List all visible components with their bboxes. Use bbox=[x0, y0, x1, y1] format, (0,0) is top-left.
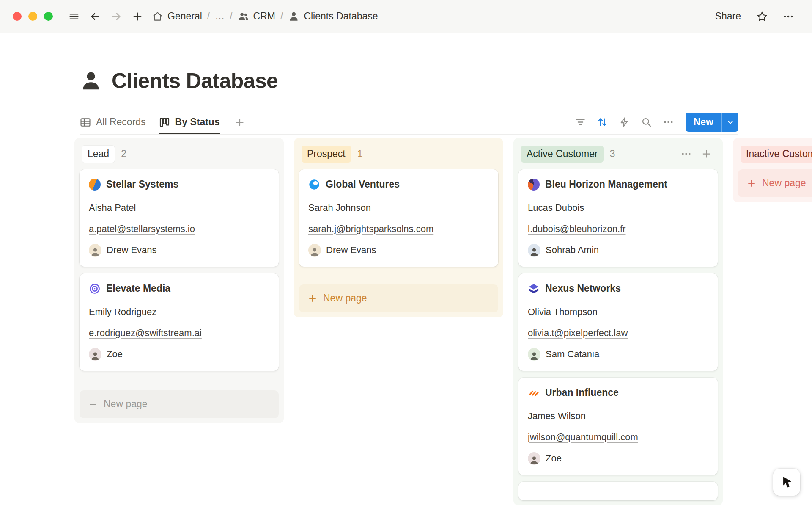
sidebar-toggle-button[interactable] bbox=[65, 7, 83, 26]
card-owner: Sohrab Amin bbox=[528, 244, 708, 257]
forward-button[interactable] bbox=[107, 7, 126, 26]
add-view-button[interactable] bbox=[234, 117, 245, 128]
zoom-window-button[interactable] bbox=[44, 12, 53, 21]
more-options-button[interactable] bbox=[779, 7, 798, 26]
breadcrumb-page-label: Clients Database bbox=[304, 11, 378, 22]
automations-button[interactable] bbox=[615, 113, 634, 132]
new-button-label: New bbox=[686, 113, 721, 132]
card-owner: Drew Evans bbox=[89, 244, 269, 257]
new-tab-button[interactable] bbox=[128, 7, 147, 26]
board-card[interactable]: Urban Influence James Wilson jwilson@qua… bbox=[518, 378, 718, 475]
column-count: 3 bbox=[610, 148, 615, 160]
table-view-icon bbox=[80, 116, 91, 128]
avatar bbox=[528, 452, 540, 465]
view-options-button[interactable] bbox=[659, 113, 678, 132]
card-email-link[interactable]: a.patel@stellarsystems.io bbox=[89, 224, 195, 235]
back-button[interactable] bbox=[86, 7, 104, 26]
search-button[interactable] bbox=[637, 113, 656, 132]
page-header: Clients Database bbox=[80, 69, 812, 93]
arrow-right-icon bbox=[110, 11, 122, 22]
avatar bbox=[528, 244, 540, 257]
bleu-horizon-logo-icon bbox=[528, 179, 540, 190]
tab-by-status[interactable]: By Status bbox=[159, 110, 220, 134]
card-email-link[interactable]: e.rodriguez@swiftstream.ai bbox=[89, 328, 202, 339]
avatar bbox=[528, 348, 540, 361]
board-card[interactable]: Nexus Networks Olivia Thompson olivia.t@… bbox=[518, 273, 718, 371]
card-contact-name: Olivia Thompson bbox=[528, 306, 708, 318]
column-cards: New page bbox=[738, 169, 812, 197]
column-header: Active Customer 3 bbox=[518, 143, 718, 169]
board-card[interactable]: Global Ventures Sarah Johnson sarah.j@br… bbox=[299, 169, 498, 267]
column-header: Prospect 1 bbox=[299, 143, 498, 169]
breadcrumb-ellipsis-label: … bbox=[215, 11, 225, 22]
favorite-button[interactable] bbox=[753, 7, 771, 26]
breadcrumb-separator: / bbox=[230, 11, 232, 22]
card-owner-name: Drew Evans bbox=[107, 245, 157, 256]
plus-icon bbox=[88, 399, 98, 409]
board-card[interactable]: Stellar Systems Aisha Patel a.patel@stel… bbox=[80, 169, 279, 267]
column-add-card-button[interactable] bbox=[698, 146, 714, 162]
hamburger-icon bbox=[68, 11, 80, 22]
avatar bbox=[89, 244, 102, 257]
breadcrumb-root-label: General bbox=[167, 11, 202, 22]
new-page-button[interactable]: New page bbox=[80, 390, 279, 418]
sort-button[interactable] bbox=[593, 113, 612, 132]
breadcrumb-home[interactable]: General bbox=[152, 11, 202, 22]
column-status-tag[interactable]: Lead bbox=[82, 146, 115, 163]
column-status-tag[interactable]: Active Customer bbox=[521, 146, 604, 163]
new-page-label: New page bbox=[104, 398, 148, 410]
column-count: 1 bbox=[357, 148, 363, 160]
breadcrumb-current-page[interactable]: Clients Database bbox=[288, 11, 378, 22]
column-options-button[interactable] bbox=[678, 146, 694, 162]
close-window-button[interactable] bbox=[13, 12, 22, 21]
card-owner-name: Zoe bbox=[107, 349, 123, 360]
share-button[interactable]: Share bbox=[711, 8, 745, 25]
new-page-button[interactable]: New page bbox=[738, 169, 812, 197]
chevron-down-icon[interactable] bbox=[721, 113, 738, 132]
page-title: Clients Database bbox=[112, 69, 278, 93]
board-column-prospect: Prospect 1 Global Ventures Sarah Johnson… bbox=[294, 138, 503, 318]
lightning-icon bbox=[619, 116, 630, 128]
breadcrumb-crm[interactable]: CRM bbox=[238, 11, 275, 22]
new-page-label: New page bbox=[323, 293, 367, 304]
column-controls bbox=[678, 146, 714, 162]
ellipsis-icon bbox=[663, 116, 674, 128]
breadcrumb-separator: / bbox=[280, 11, 283, 22]
column-status-tag[interactable]: Prospect bbox=[302, 146, 351, 163]
card-title: Global Ventures bbox=[326, 179, 400, 190]
card-email-link[interactable]: sarah.j@brightsparksolns.com bbox=[308, 224, 433, 235]
card-email-link[interactable]: l.dubois@bleuhorizon.fr bbox=[528, 224, 625, 235]
column-cards: Global Ventures Sarah Johnson sarah.j@br… bbox=[299, 169, 498, 312]
card-title: Urban Influence bbox=[545, 387, 619, 398]
card-title: Nexus Networks bbox=[545, 283, 621, 294]
card-contact-name: Sarah Johnson bbox=[308, 202, 489, 213]
card-email-link[interactable]: olivia.t@pixelperfect.law bbox=[528, 328, 628, 339]
page-body: Clients Database All Records By Status bbox=[0, 33, 812, 508]
new-page-button[interactable]: New page bbox=[299, 284, 498, 312]
view-tabs: All Records By Status bbox=[80, 110, 245, 134]
new-record-button[interactable]: New bbox=[686, 113, 738, 132]
board-card[interactable]: Elevate Media Emily Rodriguez e.rodrigue… bbox=[80, 273, 279, 371]
card-owner: Zoe bbox=[89, 348, 269, 361]
view-bar: All Records By Status bbox=[80, 110, 738, 135]
plus-icon bbox=[746, 178, 757, 188]
titlebar-actions: Share bbox=[711, 7, 798, 26]
column-status-tag[interactable]: Inactive Customer bbox=[741, 146, 812, 163]
urban-influence-logo-icon bbox=[528, 387, 540, 399]
breadcrumb: General / … / CRM / Clients Database bbox=[152, 11, 378, 22]
card-owner: Sam Catania bbox=[528, 348, 708, 361]
column-cards: Stellar Systems Aisha Patel a.patel@stel… bbox=[80, 169, 279, 418]
board-card[interactable]: Bleu Horizon Management Lucas Dubois l.d… bbox=[518, 169, 718, 267]
card-email-link[interactable]: jwilson@quantumquill.com bbox=[528, 432, 638, 443]
page-person-icon[interactable] bbox=[80, 69, 102, 92]
avatar bbox=[89, 348, 102, 361]
minimize-window-button[interactable] bbox=[28, 12, 37, 21]
breadcrumb-collapsed[interactable]: … bbox=[215, 11, 225, 22]
filter-button[interactable] bbox=[571, 113, 590, 132]
board-card-partially-visible[interactable] bbox=[518, 482, 718, 500]
tab-all-records[interactable]: All Records bbox=[80, 110, 146, 134]
cursor-pointer-icon bbox=[779, 475, 794, 489]
search-icon bbox=[641, 116, 652, 128]
column-header: Lead 2 bbox=[80, 143, 279, 169]
board-view-icon bbox=[159, 116, 170, 128]
